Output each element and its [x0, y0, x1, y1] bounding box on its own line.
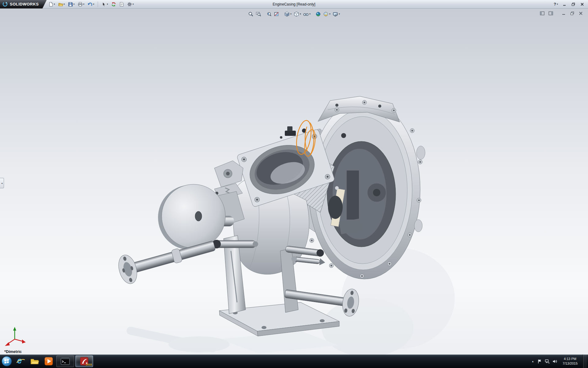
- edit-appearance-button[interactable]: [315, 10, 322, 18]
- folder-icon: [30, 357, 40, 366]
- view-settings-button[interactable]: ▾: [332, 10, 341, 18]
- dropdown-caret: ▾: [290, 13, 292, 15]
- panel-collapse-arrow-icon: ◂: [1, 182, 2, 185]
- dropdown-caret: ▾: [329, 13, 330, 15]
- dropdown-caret: ▾: [133, 3, 134, 6]
- help-glyph: ?: [554, 2, 556, 6]
- pane-right-button[interactable]: [548, 10, 554, 16]
- hide-show-items-button[interactable]: ▾: [302, 10, 311, 18]
- dropdown-caret: ▾: [64, 3, 65, 6]
- restore-button[interactable]: [569, 1, 577, 7]
- file-properties-button[interactable]: [118, 1, 125, 8]
- zoom-to-fit-button[interactable]: [247, 10, 254, 18]
- solidworks-window: SOLIDWORKS ▾ ▾ ▾: [0, 0, 588, 368]
- heads-up-view-toolbar: ▾ ▾ ▾: [247, 10, 341, 18]
- command-prompt-icon: [61, 358, 70, 365]
- select-button[interactable]: ▾: [100, 1, 109, 8]
- rebuild-button[interactable]: [110, 1, 117, 8]
- select-cursor-icon: [101, 2, 106, 7]
- pane-right-icon: [548, 11, 553, 15]
- display-style-icon: [294, 11, 299, 17]
- new-document-button[interactable]: ▾: [47, 1, 56, 8]
- zoom-to-area-button[interactable]: [255, 10, 262, 18]
- apply-scene-icon: [323, 11, 329, 17]
- dropdown-caret: ▾: [557, 3, 558, 6]
- previous-view-icon: [266, 11, 272, 17]
- options-button[interactable]: ▾: [126, 1, 135, 8]
- close-button[interactable]: [578, 1, 586, 7]
- display-style-button[interactable]: ▾: [293, 10, 302, 18]
- dropdown-caret: ▾: [93, 3, 94, 6]
- volume-speaker-icon: [552, 359, 557, 364]
- restore-icon: [571, 2, 575, 6]
- command-prompt-button[interactable]: [56, 355, 74, 367]
- view-orientation-cube-icon: [284, 11, 290, 17]
- section-view-button[interactable]: [273, 10, 280, 18]
- pane-left-button[interactable]: [539, 10, 545, 16]
- ie-orbit-icon: [16, 357, 25, 366]
- doc-minimize-icon: [562, 11, 566, 15]
- taskbar-clock[interactable]: 4:13 PM 7/13/2015: [560, 357, 580, 366]
- network-icon: [545, 359, 550, 364]
- clock-time: 4:13 PM: [563, 357, 578, 361]
- windows-explorer-button[interactable]: [28, 355, 42, 368]
- 3ds-logo-icon: [2, 2, 8, 7]
- open-button[interactable]: ▾: [57, 1, 66, 8]
- save-icon: [68, 2, 73, 7]
- internet-explorer-icon: e: [16, 357, 25, 366]
- apply-scene-button[interactable]: ▾: [322, 10, 331, 18]
- media-player-icon: [44, 357, 53, 366]
- dropdown-caret: ▾: [300, 13, 301, 15]
- new-document-icon: [48, 2, 53, 7]
- dropdown-caret: ▾: [339, 13, 340, 15]
- media-player-button[interactable]: [42, 355, 56, 368]
- doc-restore-button[interactable]: [569, 10, 575, 16]
- open-icon: [58, 2, 63, 7]
- show-desktop-button[interactable]: [583, 355, 587, 368]
- view-orientation-button[interactable]: ▾: [283, 10, 292, 18]
- minimize-button[interactable]: [560, 1, 568, 7]
- action-center-flag-icon: [537, 359, 542, 364]
- previous-view-button[interactable]: [265, 10, 273, 18]
- print-button[interactable]: ▾: [77, 1, 85, 8]
- volume-button[interactable]: [552, 359, 557, 364]
- section-view-icon: [274, 11, 279, 17]
- action-center-button[interactable]: [537, 359, 542, 364]
- zoom-to-area-icon: [256, 11, 261, 17]
- undo-icon: [88, 2, 92, 7]
- window-controls: ? ▾: [552, 1, 588, 7]
- show-hidden-icons-button[interactable]: ▴: [531, 360, 535, 363]
- pane-left-icon: [540, 11, 545, 15]
- graphics-area[interactable]: ▾ ▾ ▾: [0, 9, 588, 355]
- windows-start-orb-icon: [1, 355, 13, 367]
- view-orientation-label: *Dimetric: [4, 349, 22, 354]
- title-bar: SOLIDWORKS ▾ ▾ ▾: [0, 0, 588, 9]
- options-gear-icon: [127, 2, 132, 7]
- help-button[interactable]: ? ▾: [552, 2, 560, 6]
- save-button[interactable]: ▾: [67, 1, 76, 8]
- undo-button[interactable]: ▾: [87, 1, 95, 8]
- doc-close-icon: [579, 11, 583, 15]
- clock-date: 7/13/2015: [563, 361, 578, 366]
- doc-minimize-button[interactable]: [560, 10, 567, 16]
- system-tray: ▴: [531, 355, 588, 368]
- doc-close-button[interactable]: [578, 10, 584, 16]
- dropdown-caret: ▾: [54, 3, 55, 6]
- solidworks-taskbar-button[interactable]: 2015: [75, 355, 93, 367]
- doc-restore-icon: [570, 11, 574, 15]
- solidworks-logo: SOLIDWORKS: [0, 0, 47, 9]
- featuremanager-collapsed-tab[interactable]: ◂: [0, 178, 4, 188]
- brand-name: SOLIDWORKS: [10, 2, 39, 6]
- tray-expand-arrow-icon: ▴: [532, 360, 534, 363]
- internet-explorer-button[interactable]: e: [13, 355, 28, 368]
- close-icon: [580, 2, 584, 6]
- start-button[interactable]: [0, 355, 13, 368]
- edit-appearance-icon: [315, 11, 321, 17]
- engine-casing-model-view[interactable]: [0, 9, 588, 355]
- document-window-controls: [539, 10, 584, 16]
- dropdown-caret: ▾: [74, 3, 75, 6]
- solidworks-year-badge: 2015: [86, 363, 92, 366]
- file-properties-icon: [119, 2, 124, 7]
- network-button[interactable]: [545, 359, 550, 364]
- rebuild-icon: [111, 2, 116, 7]
